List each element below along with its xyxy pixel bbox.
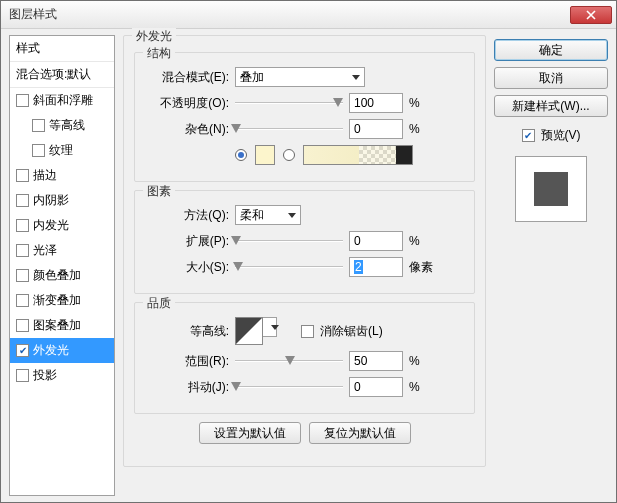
gradient-swatch[interactable] <box>303 145 413 165</box>
elements-group: 图素 方法(Q): 柔和 扩展(P): 0 % 大小(S): <box>134 190 475 294</box>
style-item-label: 斜面和浮雕 <box>33 92 93 109</box>
style-item-label: 图案叠加 <box>33 317 81 334</box>
range-slider[interactable] <box>235 352 343 370</box>
antialias-label: 消除锯齿(L) <box>320 323 383 340</box>
preview-swatch <box>534 172 568 206</box>
outer-glow-legend: 外发光 <box>132 28 176 45</box>
noise-unit: % <box>409 122 435 136</box>
set-default-button[interactable]: 设置为默认值 <box>199 422 301 444</box>
size-label: 大小(S): <box>145 259 229 276</box>
opacity-input[interactable]: 100 <box>349 93 403 113</box>
styles-header[interactable]: 样式 <box>10 36 114 62</box>
style-item-label: 内阴影 <box>33 192 69 209</box>
preview-checkbox[interactable] <box>522 129 535 142</box>
blend-mode-select[interactable]: 叠加 <box>235 67 365 87</box>
new-style-button[interactable]: 新建样式(W)... <box>494 95 608 117</box>
spread-input[interactable]: 0 <box>349 231 403 251</box>
jitter-unit: % <box>409 380 435 394</box>
style-item-checkbox[interactable] <box>16 94 29 107</box>
spread-label: 扩展(P): <box>145 233 229 250</box>
size-input[interactable]: 2 <box>349 257 403 277</box>
style-item-checkbox[interactable] <box>16 194 29 207</box>
jitter-input[interactable]: 0 <box>349 377 403 397</box>
style-item-checkbox[interactable] <box>32 144 45 157</box>
method-label: 方法(Q): <box>145 207 229 224</box>
center-panel: 外发光 结构 混合模式(E): 叠加 不透明度(O): 100 % <box>123 35 486 496</box>
style-item[interactable]: 外发光 <box>10 338 114 363</box>
cancel-button[interactable]: 取消 <box>494 67 608 89</box>
ok-button[interactable]: 确定 <box>494 39 608 61</box>
color-swatch[interactable] <box>255 145 275 165</box>
contour-thumb <box>235 317 263 345</box>
gradient-radio[interactable] <box>283 149 295 161</box>
titlebar[interactable]: 图层样式 <box>1 1 616 29</box>
styles-list: 样式 混合选项:默认 斜面和浮雕等高线纹理描边内阴影内发光光泽颜色叠加渐变叠加图… <box>9 35 115 496</box>
jitter-slider[interactable] <box>235 378 343 396</box>
layer-style-dialog: 图层样式 样式 混合选项:默认 斜面和浮雕等高线纹理描边内阴影内发光光泽颜色叠加… <box>0 0 617 503</box>
style-item-label: 纹理 <box>49 142 73 159</box>
style-item-label: 描边 <box>33 167 57 184</box>
range-label: 范围(R): <box>145 353 229 370</box>
method-select[interactable]: 柔和 <box>235 205 301 225</box>
style-item-label: 投影 <box>33 367 57 384</box>
contour-picker[interactable] <box>235 317 277 345</box>
style-item[interactable]: 渐变叠加 <box>10 288 114 313</box>
style-item-label: 等高线 <box>49 117 85 134</box>
opacity-label: 不透明度(O): <box>145 95 229 112</box>
style-item-checkbox[interactable] <box>16 219 29 232</box>
color-radio[interactable] <box>235 149 247 161</box>
range-unit: % <box>409 354 435 368</box>
style-item[interactable]: 等高线 <box>10 113 114 138</box>
style-item-checkbox[interactable] <box>16 169 29 182</box>
style-item-checkbox[interactable] <box>16 369 29 382</box>
blend-mode-label: 混合模式(E): <box>145 69 229 86</box>
preview-label: 预览(V) <box>541 127 581 144</box>
style-item-label: 内发光 <box>33 217 69 234</box>
style-item-label: 颜色叠加 <box>33 267 81 284</box>
style-item-checkbox[interactable] <box>16 344 29 357</box>
reset-default-button[interactable]: 复位为默认值 <box>309 422 411 444</box>
style-item-checkbox[interactable] <box>16 319 29 332</box>
style-item-label: 光泽 <box>33 242 57 259</box>
elements-legend: 图素 <box>143 183 175 200</box>
chevron-down-icon <box>271 325 279 330</box>
close-button[interactable] <box>570 6 612 24</box>
noise-slider[interactable] <box>235 120 343 138</box>
style-item[interactable]: 投影 <box>10 363 114 388</box>
close-icon <box>586 10 596 20</box>
style-item[interactable]: 内发光 <box>10 213 114 238</box>
size-slider[interactable] <box>235 258 343 276</box>
opacity-unit: % <box>409 96 435 110</box>
style-item[interactable]: 光泽 <box>10 238 114 263</box>
size-unit: 像素 <box>409 259 435 276</box>
contour-label: 等高线: <box>145 323 229 340</box>
jitter-label: 抖动(J): <box>145 379 229 396</box>
preview-box <box>515 156 587 222</box>
outer-glow-group: 外发光 结构 混合模式(E): 叠加 不透明度(O): 100 % <box>123 35 486 467</box>
style-item[interactable]: 斜面和浮雕 <box>10 88 114 113</box>
noise-label: 杂色(N): <box>145 121 229 138</box>
right-panel: 确定 取消 新建样式(W)... 预览(V) <box>494 35 608 496</box>
structure-legend: 结构 <box>143 45 175 62</box>
style-item[interactable]: 图案叠加 <box>10 313 114 338</box>
chevron-down-icon <box>352 75 360 80</box>
structure-group: 结构 混合模式(E): 叠加 不透明度(O): 100 % 杂色 <box>134 52 475 182</box>
style-item[interactable]: 纹理 <box>10 138 114 163</box>
quality-group: 品质 等高线: 消除锯齿(L) 范围(R): 5 <box>134 302 475 414</box>
style-item-checkbox[interactable] <box>16 244 29 257</box>
style-item-label: 外发光 <box>33 342 69 359</box>
antialias-checkbox[interactable] <box>301 325 314 338</box>
style-item[interactable]: 颜色叠加 <box>10 263 114 288</box>
style-item[interactable]: 内阴影 <box>10 188 114 213</box>
range-input[interactable]: 50 <box>349 351 403 371</box>
style-item-checkbox[interactable] <box>32 119 45 132</box>
style-item[interactable]: 描边 <box>10 163 114 188</box>
opacity-slider[interactable] <box>235 94 343 112</box>
quality-legend: 品质 <box>143 295 175 312</box>
noise-input[interactable]: 0 <box>349 119 403 139</box>
spread-slider[interactable] <box>235 232 343 250</box>
blend-options-header[interactable]: 混合选项:默认 <box>10 62 114 88</box>
style-item-checkbox[interactable] <box>16 269 29 282</box>
style-item-checkbox[interactable] <box>16 294 29 307</box>
style-item-label: 渐变叠加 <box>33 292 81 309</box>
